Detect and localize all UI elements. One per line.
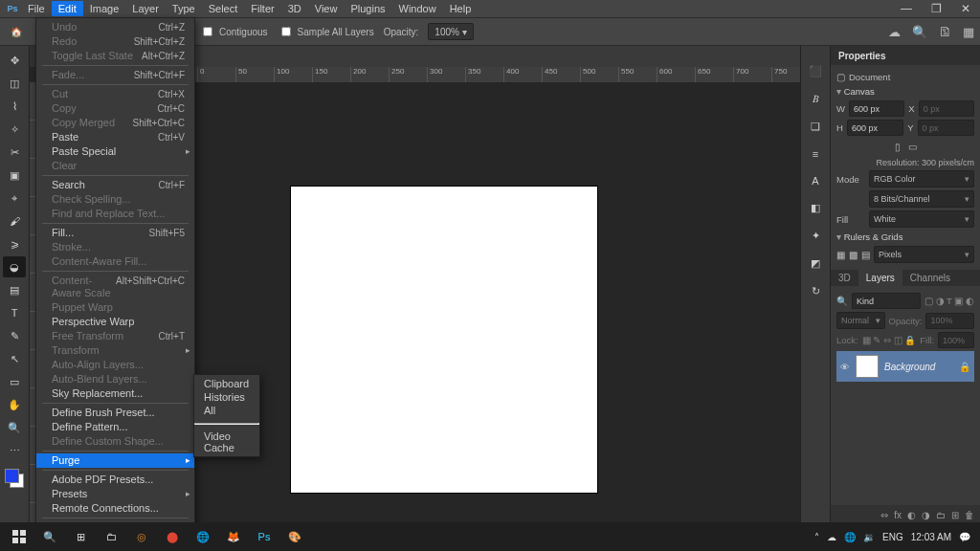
menu-item-define-brush-preset-[interactable]: Define Brush Preset...: [36, 406, 194, 420]
menu-edit[interactable]: Edit: [52, 1, 83, 16]
search-icon[interactable]: 🔍: [34, 522, 65, 551]
adjustment-icon[interactable]: ◑: [922, 510, 930, 520]
menu-file[interactable]: File: [21, 1, 52, 16]
edit-toolbar[interactable]: ⋯: [3, 440, 26, 461]
firefox-icon[interactable]: 🦊: [218, 522, 249, 551]
menu-window[interactable]: Window: [392, 1, 443, 16]
dock-icon[interactable]: ❏: [811, 121, 820, 133]
language-indicator[interactable]: ENG: [882, 532, 903, 542]
pen-tool[interactable]: ✎: [3, 325, 26, 346]
dock-icon[interactable]: ≡: [813, 148, 818, 160]
color-swatches[interactable]: [5, 469, 24, 488]
workspace-icon[interactable]: ▦: [963, 25, 974, 39]
onedrive-icon[interactable]: ☁: [827, 532, 836, 542]
blend-mode[interactable]: Normal: [836, 312, 885, 329]
layer-thumbnail[interactable]: [856, 355, 879, 378]
lasso-tool[interactable]: ⌇: [3, 96, 26, 117]
layer-name[interactable]: Background: [884, 362, 935, 372]
start-button[interactable]: [4, 522, 34, 551]
lock-icon[interactable]: 🔒: [959, 362, 970, 372]
sample-all-layers-checkbox[interactable]: Sample All Layers: [278, 24, 374, 39]
tab-3d[interactable]: 3D: [831, 270, 858, 286]
menu-filter[interactable]: Filter: [244, 1, 280, 16]
menu-item-remote-connections-[interactable]: Remote Connections...: [36, 501, 194, 516]
shape-tool[interactable]: ▭: [3, 371, 26, 392]
photoshop-task-icon[interactable]: Ps: [249, 522, 279, 551]
rulers-section[interactable]: Rulers & Grids: [836, 231, 974, 242]
grid-icon2[interactable]: ▩: [849, 250, 858, 260]
lock-icons[interactable]: ▦ ✎ ⇔ ◫ 🔒: [862, 335, 917, 345]
mode-select[interactable]: RGB Color: [869, 170, 974, 187]
menu-item-paste[interactable]: PasteCtrl+V: [36, 130, 194, 144]
cloud-docs-icon[interactable]: ☁: [888, 25, 901, 39]
mask-icon[interactable]: ◐: [907, 510, 916, 520]
menu-plugins[interactable]: Plugins: [344, 1, 391, 16]
dock-icon[interactable]: ◩: [811, 257, 820, 270]
properties-header[interactable]: Properties: [831, 46, 980, 65]
wand-tool[interactable]: ✧: [3, 119, 26, 140]
menu-item-search[interactable]: SearchCtrl+F: [36, 178, 194, 192]
dock-icon[interactable]: ⬛: [809, 65, 822, 77]
app-icon-2[interactable]: ⬤: [157, 522, 188, 551]
restore-button[interactable]: ❐: [922, 0, 951, 17]
layer-kind[interactable]: Kind: [852, 293, 921, 309]
grid-icon3[interactable]: ▤: [861, 250, 870, 260]
home-icon[interactable]: 🏠: [6, 23, 27, 40]
stamp-tool[interactable]: ⩾: [3, 233, 26, 254]
link-layers-icon[interactable]: ⇔: [880, 510, 888, 520]
fg-color[interactable]: [5, 469, 19, 483]
purge-item-all[interactable]: All: [194, 404, 259, 417]
purge-item-clipboard[interactable]: Clipboard: [194, 377, 259, 390]
dock-icon[interactable]: ✦: [812, 230, 820, 242]
notifications-icon[interactable]: 💬: [959, 532, 970, 542]
menu-item-purge[interactable]: Purge: [36, 453, 194, 468]
units-select[interactable]: Pixels: [874, 246, 974, 263]
menu-item-paste-special[interactable]: Paste Special: [36, 144, 194, 159]
menu-item-define-pattern-[interactable]: Define Pattern...: [36, 420, 194, 434]
delete-layer-icon[interactable]: 🗑: [965, 510, 974, 520]
layer-row-background[interactable]: 👁 Background 🔒: [836, 351, 974, 382]
canvas[interactable]: [291, 187, 597, 493]
eyedropper-tool[interactable]: ⌖: [3, 187, 26, 209]
eraser-tool[interactable]: ◒: [3, 256, 26, 277]
menu-image[interactable]: Image: [83, 1, 126, 16]
tab-layers[interactable]: Layers: [858, 270, 902, 286]
close-button[interactable]: ✕: [951, 0, 980, 17]
menu-type[interactable]: Type: [166, 1, 202, 16]
visibility-icon[interactable]: 👁: [840, 362, 850, 372]
fill-select[interactable]: White: [869, 210, 974, 228]
dock-icon[interactable]: 𝐵: [813, 93, 819, 105]
opacity-field[interactable]: 100% ▾: [428, 23, 473, 40]
dock-icon[interactable]: A: [812, 175, 818, 187]
explorer-icon[interactable]: 🗀: [96, 522, 126, 551]
menu-help[interactable]: Help: [443, 1, 479, 16]
x-field[interactable]: 0 px: [919, 100, 974, 117]
volume-icon[interactable]: 🔉: [863, 532, 875, 542]
width-field[interactable]: 600 px: [849, 100, 904, 117]
app-icon-3[interactable]: 🎨: [279, 522, 310, 551]
menu-item-presets[interactable]: Presets: [36, 487, 194, 501]
menu-item-perspective-warp[interactable]: Perspective Warp: [36, 315, 194, 329]
canvas-section[interactable]: Canvas: [836, 86, 974, 97]
filter-icons[interactable]: ▢ ◑ T ▣ ◐: [924, 296, 974, 306]
gradient-tool[interactable]: ▤: [3, 279, 26, 300]
minimize-button[interactable]: —: [891, 0, 922, 17]
brush-tool[interactable]: 🖌: [3, 210, 26, 231]
frame-tool[interactable]: ▣: [3, 165, 26, 186]
search-icon[interactable]: 🔍: [912, 25, 927, 39]
dock-icon[interactable]: ◧: [811, 202, 820, 214]
group-icon[interactable]: 🗀: [936, 510, 946, 520]
app-icon-1[interactable]: ◎: [126, 522, 157, 551]
tray-chevron-icon[interactable]: ˄: [814, 532, 819, 542]
type-tool[interactable]: T: [3, 302, 26, 323]
menu-item-sky-replacement-[interactable]: Sky Replacement...: [36, 386, 194, 401]
new-layer-icon[interactable]: ⊞: [951, 510, 959, 520]
contiguous-checkbox[interactable]: Contiguous: [199, 24, 268, 39]
zoom-tool[interactable]: 🔍: [3, 417, 26, 438]
grid-icon1[interactable]: ▦: [836, 250, 845, 260]
menu-3d[interactable]: 3D: [281, 1, 308, 16]
layer-opacity[interactable]: 100%: [925, 313, 974, 329]
task-view-icon[interactable]: ⊞: [65, 522, 96, 551]
crop-tool[interactable]: ✂: [3, 142, 26, 163]
menu-select[interactable]: Select: [202, 1, 245, 16]
